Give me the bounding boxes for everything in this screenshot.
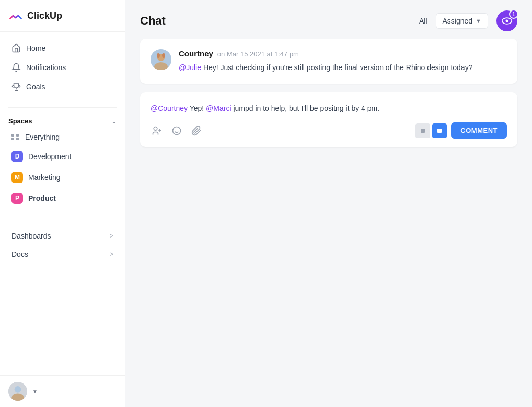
square-icon <box>420 128 425 133</box>
attachment-icon[interactable] <box>190 125 203 137</box>
home-label: Home <box>26 44 45 52</box>
comment-button[interactable]: COMMENT <box>451 122 507 139</box>
message-author-1: Courtney <box>179 49 213 58</box>
courtney-avatar <box>151 49 171 70</box>
svg-point-10 <box>154 127 157 130</box>
sidebar-item-development[interactable]: D Development <box>3 146 122 166</box>
main-content: Chat All Assigned ▼ 1 <box>125 0 532 407</box>
avatar <box>8 382 27 401</box>
development-badge: D <box>11 151 23 162</box>
marketing-label: Marketing <box>28 173 60 182</box>
svg-point-4 <box>506 20 508 22</box>
toggle-off-button[interactable] <box>415 123 430 138</box>
message-header-1: Courtney on Mar 15 2021 at 1:47 pm <box>179 49 507 58</box>
reply-text-2: jumpd in to help, but I'll be positng it… <box>232 104 380 112</box>
sidebar-item-home[interactable]: Home <box>3 39 122 58</box>
sidebar-nav: Home Notifications Goals <box>0 32 125 103</box>
reply-text-1: Yep! <box>188 104 206 112</box>
user-profile-area[interactable]: ▼ <box>0 375 125 407</box>
spaces-title: Spaces <box>8 117 32 125</box>
sidebar-item-docs[interactable]: Docs > <box>3 245 122 263</box>
home-icon <box>11 43 21 53</box>
dashboards-label: Dashboards <box>11 232 51 240</box>
assigned-chevron-icon: ▼ <box>476 18 481 24</box>
development-label: Development <box>28 152 72 161</box>
docs-label: Docs <box>11 250 28 258</box>
divider-2 <box>8 213 117 213</box>
svg-rect-17 <box>437 129 442 133</box>
page-header: Chat All Assigned ▼ 1 <box>125 0 532 39</box>
user-menu-chevron-icon: ▼ <box>32 389 38 394</box>
clickup-logo-icon <box>8 8 23 23</box>
sidebar-extra-sections: Dashboards > Docs > <box>0 222 125 268</box>
reply-toolbar: COMMENT <box>151 122 507 139</box>
mention-julie: @Julie <box>179 63 201 72</box>
square-filled-icon <box>437 128 442 133</box>
watch-button[interactable]: 1 <box>496 10 517 31</box>
reply-icons-group <box>151 125 203 137</box>
avatar-image <box>8 382 27 401</box>
goals-label: Goals <box>26 83 45 91</box>
message-body-1: Courtney on Mar 15 2021 at 1:47 pm @Juli… <box>179 49 507 73</box>
toggle-on-button[interactable] <box>432 123 447 138</box>
bell-icon <box>11 63 21 72</box>
reply-text: @Courtney Yep! @Marci jumpd in to help, … <box>151 103 507 114</box>
page-title: Chat <box>140 14 411 28</box>
sidebar: ClickUp Home Notifications <box>0 0 125 407</box>
eye-icon <box>502 17 512 25</box>
dashboards-chevron-icon: > <box>110 232 113 240</box>
spaces-chevron-icon[interactable]: ⌄ <box>111 118 117 125</box>
everything-label: Everything <box>25 133 60 141</box>
reply-mention-courtney: @Courtney <box>151 104 188 112</box>
sidebar-item-marketing[interactable]: M Marketing <box>3 167 122 187</box>
message-text-1: @Julie Hey! Just checking if you're stil… <box>179 62 507 73</box>
filter-assigned-dropdown[interactable]: Assigned ▼ <box>436 13 488 29</box>
watch-badge: 1 <box>509 9 518 19</box>
reply-actions-group: COMMENT <box>415 122 507 139</box>
message-time-1: on Mar 15 2021 at 1:47 pm <box>217 50 299 58</box>
trophy-icon <box>11 82 21 92</box>
sidebar-item-everything[interactable]: Everything <box>3 129 122 145</box>
product-label: Product <box>28 194 56 202</box>
emoji-icon[interactable] <box>170 125 183 137</box>
chat-messages-area: Courtney on Mar 15 2021 at 1:47 pm @Juli… <box>125 39 532 407</box>
reply-mention-marci: @Marci <box>206 104 231 112</box>
app-name: ClickUp <box>27 10 62 21</box>
reply-box: @Courtney Yep! @Marci jumpd in to help, … <box>140 92 517 147</box>
format-toggle <box>415 123 447 138</box>
filter-all-button[interactable]: All <box>419 17 427 25</box>
notifications-label: Notifications <box>26 63 66 72</box>
logo-area: ClickUp <box>0 0 125 32</box>
sidebar-item-product[interactable]: P Product <box>3 188 122 208</box>
spaces-section-header: Spaces ⌄ <box>0 112 125 128</box>
svg-point-9 <box>162 53 165 58</box>
message-card-1: Courtney on Mar 15 2021 at 1:47 pm @Juli… <box>140 39 517 84</box>
sidebar-item-dashboards[interactable]: Dashboards > <box>3 227 122 245</box>
sidebar-item-notifications[interactable]: Notifications <box>3 58 122 77</box>
sidebar-item-goals[interactable]: Goals <box>3 77 122 96</box>
svg-point-1 <box>15 386 21 393</box>
docs-chevron-icon: > <box>110 251 113 258</box>
courtney-avatar-image <box>151 49 171 70</box>
svg-point-8 <box>157 53 160 58</box>
product-badge: P <box>11 193 23 204</box>
svg-point-13 <box>173 127 181 134</box>
add-person-icon[interactable] <box>151 125 163 137</box>
divider-1 <box>8 107 117 108</box>
marketing-badge: M <box>11 172 23 183</box>
filter-assigned-label: Assigned <box>443 17 473 25</box>
everything-icon <box>11 134 20 140</box>
svg-rect-16 <box>421 129 425 133</box>
